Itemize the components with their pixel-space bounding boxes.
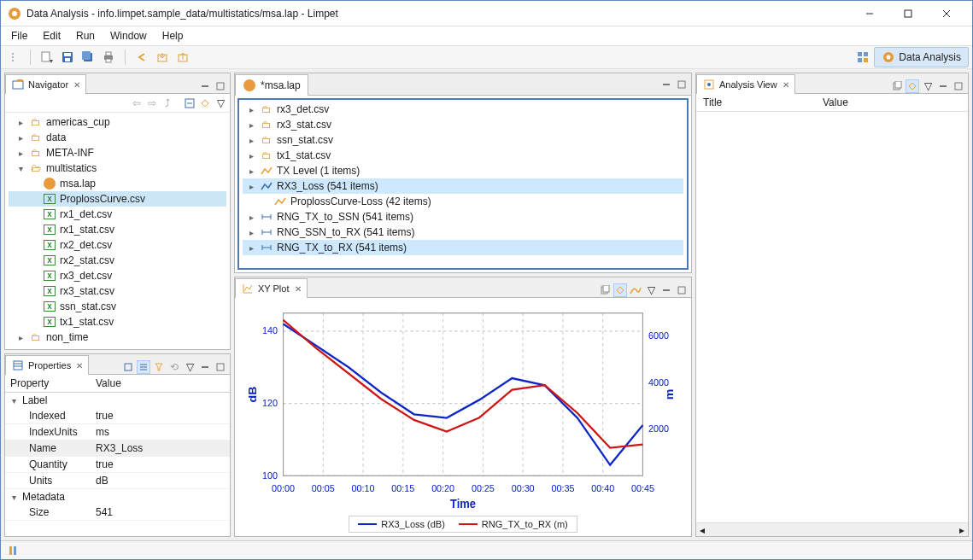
close-button[interactable] [927,2,965,26]
menu-file[interactable]: File [4,28,34,44]
tab-analysis-view[interactable]: Analysis View ✕ [696,74,795,94]
tree-item-proplosscurve[interactable]: xProplossCurve.csv [9,191,226,207]
property-key[interactable]: Quantity [5,457,91,473]
view-maximize-icon[interactable] [675,283,689,297]
save-all-button[interactable] [79,48,97,67]
undo-arrow-icon[interactable] [132,48,151,67]
maximize-button[interactable] [888,2,927,26]
plot-curve-icon[interactable] [629,283,642,297]
tree-item-data[interactable]: ▸🗀data [9,130,226,145]
plot-copy-icon[interactable] [598,283,612,297]
tab-close-icon[interactable]: ✕ [295,284,302,294]
tab-navigator[interactable]: Navigator ✕ [5,74,86,94]
view-minimize-icon[interactable] [936,79,950,93]
view-menu-icon[interactable]: ▽ [644,283,658,297]
properties-col-value[interactable]: Value [91,375,230,393]
prop-restore-icon[interactable]: ⟲ [167,360,181,374]
tree-item-rx3det[interactable]: xrx3_det.csv [9,268,226,283]
link-editor-icon[interactable] [198,96,212,110]
nav-forward-icon[interactable]: ⇨ [145,96,159,110]
analysis-col-value[interactable]: Value [816,94,968,112]
editor-item-rx3loss[interactable]: ▸RX3_Loss (541 items) [243,178,683,194]
editor-item[interactable]: ▸🗀ssn_stat.csv [243,132,683,148]
properties-col-property[interactable]: Property [5,375,91,393]
nav-up-icon[interactable]: ⤴ [161,96,174,110]
property-key[interactable]: IndexUnits [5,424,91,440]
tree-item-rx1det[interactable]: xrx1_det.csv [9,207,226,222]
tree-item-rx2stat[interactable]: xrx2_stat.csv [9,253,226,268]
tab-close-icon[interactable]: ✕ [73,80,80,90]
menu-help[interactable]: Help [155,28,190,44]
property-group-metadata[interactable]: ▾Metadata [5,489,230,505]
view-minimize-icon[interactable] [198,360,212,374]
prop-filter-icon[interactable] [152,360,166,374]
save-button[interactable] [58,48,77,67]
tab-properties[interactable]: Properties ✕ [5,355,89,375]
editor-item-txlevel[interactable]: ▸TX Level (1 items) [243,163,683,178]
nav-back-icon[interactable]: ⇦ [130,96,144,110]
editor-minimize-icon[interactable] [659,78,673,91]
property-key[interactable]: Indexed [5,408,91,424]
new-dropdown-button[interactable] [38,48,56,67]
view-menu-icon[interactable]: ▽ [214,96,227,110]
view-minimize-icon[interactable] [659,283,673,297]
tree-item-rx2det[interactable]: xrx2_det.csv [9,237,226,253]
tree-item-americas-cup[interactable]: ▸🗀americas_cup [9,114,226,130]
editor-item-rng-tx-ssn[interactable]: ▸RNG_TX_to_SSN (541 items) [243,209,683,225]
tree-item-ssnstat[interactable]: xssn_stat.csv [9,299,226,314]
tree-item-meta-inf[interactable]: ▸🗀META-INF [9,145,226,160]
view-minimize-icon[interactable] [198,79,212,93]
menu-window[interactable]: Window [103,28,154,44]
export-button[interactable] [173,48,192,67]
xy-plot-chart[interactable]: 00:0000:0500:1000:1500:2000:2500:3000:35… [242,303,684,514]
property-value[interactable]: RX3_Loss [91,440,230,457]
view-menu-icon[interactable]: ▽ [921,79,935,93]
view-maximize-icon[interactable] [952,79,965,93]
editor-item[interactable]: ▸🗀rx3_det.csv [243,102,683,117]
property-group-label[interactable]: ▾Label [5,393,230,408]
prop-categories-icon[interactable] [137,360,150,374]
editor-item-proploss[interactable]: ProplossCurve-Loss (42 items) [243,194,683,209]
editor-item[interactable]: ▸🗀rx3_stat.csv [243,117,683,132]
tree-item-rx1stat[interactable]: xrx1_stat.csv [9,222,226,237]
tab-close-icon[interactable]: ✕ [76,361,83,370]
property-value[interactable]: 541 [91,505,230,521]
property-value[interactable]: dB [91,473,230,489]
collapse-all-icon[interactable] [183,96,196,110]
property-key[interactable]: Name [5,440,91,457]
analysis-link-icon[interactable] [906,79,919,93]
editor-item-rng-ssn-rx[interactable]: ▸RNG_SSN_to_RX (541 items) [243,225,683,240]
property-value[interactable]: true [91,408,230,424]
property-key[interactable]: Size [5,505,91,521]
analysis-col-title[interactable]: Title [696,94,816,112]
view-menu-icon[interactable]: ▽ [183,360,196,374]
tree-item-tx1stat[interactable]: xtx1_stat.csv [9,314,226,330]
editor-item[interactable]: ▸🗀tx1_stat.csv [243,148,683,163]
tree-item-msa-lap[interactable]: msa.lap [9,176,226,191]
menu-edit[interactable]: Edit [36,28,67,44]
view-maximize-icon[interactable] [214,79,227,93]
analysis-copy-icon[interactable] [890,79,904,93]
view-maximize-icon[interactable] [214,360,227,374]
property-value[interactable]: true [91,457,230,473]
property-key[interactable]: Units [5,473,91,489]
open-perspective-button[interactable] [853,48,872,67]
perspective-data-analysis[interactable]: Data Analysis [874,47,969,67]
menu-run[interactable]: Run [69,28,102,44]
editor-item-rng-tx-rx[interactable]: ▸RNG_TX_to_RX (541 items) [243,240,683,255]
plot-link-icon[interactable] [613,283,627,297]
tree-item-nontime[interactable]: ▸🗀non_time [9,330,226,345]
minimize-button[interactable] [850,2,888,26]
property-value[interactable]: ms [91,424,230,440]
tab-xy-plot[interactable]: XY Plot ✕ [235,278,308,298]
import-button[interactable] [153,48,172,67]
tab-close-icon[interactable]: ✕ [783,80,789,90]
editor-maximize-icon[interactable] [675,78,689,91]
toolbar-separator-handle-icon[interactable] [4,48,23,67]
tree-item-rx3stat[interactable]: xrx3_stat.csv [9,283,226,299]
print-button[interactable] [99,48,118,67]
tree-item-multistatics[interactable]: ▾🗁multistatics [9,160,226,176]
editor-tab-msa[interactable]: *msa.lap [235,74,308,96]
prop-pin-icon[interactable] [121,360,135,374]
horizontal-scrollbar[interactable]: ◂ ▸ [696,522,968,536]
